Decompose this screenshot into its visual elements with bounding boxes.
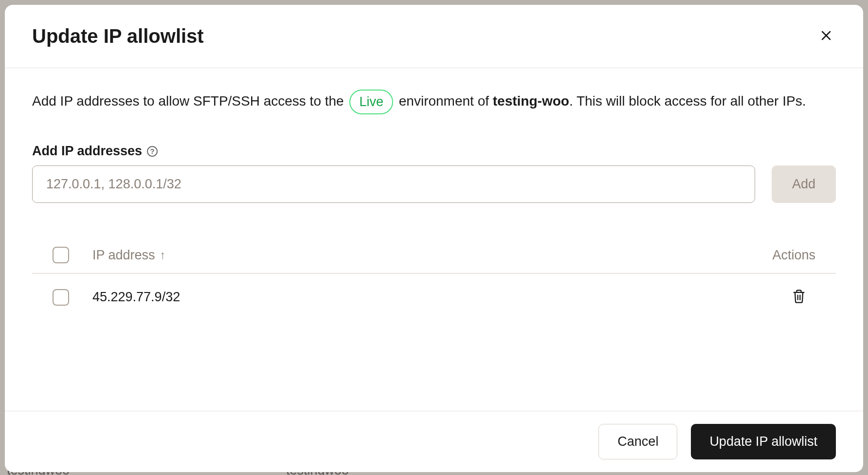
ip-address-input[interactable] (32, 165, 755, 203)
sort-ascending-icon: ↑ (160, 248, 166, 262)
update-button[interactable]: Update IP allowlist (691, 424, 836, 459)
column-header-ip[interactable]: IP address ↑ (92, 248, 749, 263)
row-ip-address: 45.229.77.9/32 (92, 290, 767, 305)
add-ip-label: Add IP addresses (32, 144, 142, 159)
trash-icon (792, 289, 806, 305)
column-header-actions: Actions (772, 248, 815, 263)
field-label-row: Add IP addresses ? (32, 144, 836, 159)
delete-row-button[interactable] (790, 287, 808, 307)
description-pre: Add IP addresses to allow SFTP/SSH acces… (32, 93, 347, 109)
environment-badge: Live (349, 90, 393, 114)
select-all-checkbox[interactable] (53, 247, 69, 263)
modal-header: Update IP allowlist (5, 5, 863, 68)
table-row: 45.229.77.9/32 (32, 274, 836, 321)
row-checkbox[interactable] (53, 289, 69, 306)
close-icon (820, 30, 832, 43)
add-button[interactable]: Add (772, 165, 836, 203)
help-icon[interactable]: ? (147, 146, 158, 157)
description-mid: environment of (395, 93, 493, 109)
modal-footer: Cancel Update IP allowlist (5, 411, 863, 472)
modal-title: Update IP allowlist (32, 25, 204, 47)
close-button[interactable] (816, 26, 836, 47)
modal-body: Add IP addresses to allow SFTP/SSH acces… (5, 68, 863, 411)
column-header-ip-label: IP address (92, 248, 155, 263)
site-name: testing-woo (493, 93, 569, 109)
input-row: Add (32, 165, 836, 203)
cancel-button[interactable]: Cancel (598, 424, 677, 459)
update-ip-allowlist-modal: Update IP allowlist Add IP addresses to … (5, 5, 863, 472)
description-post: . This will block access for all other I… (569, 93, 806, 109)
table-header: IP address ↑ Actions (32, 237, 836, 274)
modal-description: Add IP addresses to allow SFTP/SSH acces… (32, 90, 836, 114)
